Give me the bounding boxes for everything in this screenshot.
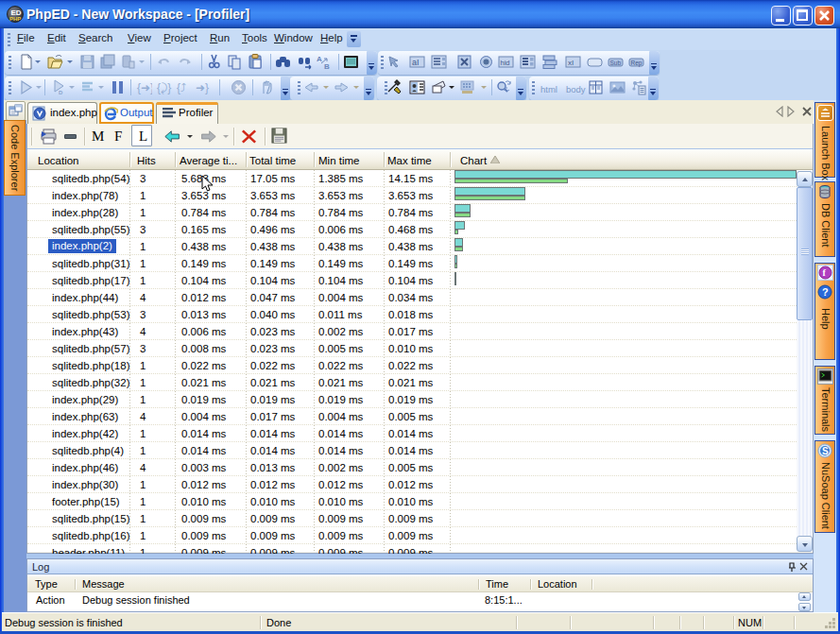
svg-text:hid: hid — [501, 59, 510, 67]
svg-text:xI: xI — [568, 59, 574, 67]
svg-text:➜}: ➜} — [196, 81, 209, 94]
svg-text:Rep: Rep — [631, 60, 643, 67]
svg-text:Sub: Sub — [610, 60, 622, 66]
svg-text:{⤸}: {⤸} — [157, 81, 171, 94]
svg-text:?: ? — [822, 286, 829, 298]
svg-text:B: B — [324, 62, 330, 70]
svg-text:aI: aI — [412, 58, 420, 67]
svg-text:S: S — [822, 446, 829, 456]
svg-text:{⤴: {⤴ — [177, 81, 186, 94]
svg-text:A: A — [317, 55, 322, 63]
svg-text:D: D — [59, 90, 63, 95]
svg-text:{➜}: {➜} — [137, 81, 152, 94]
